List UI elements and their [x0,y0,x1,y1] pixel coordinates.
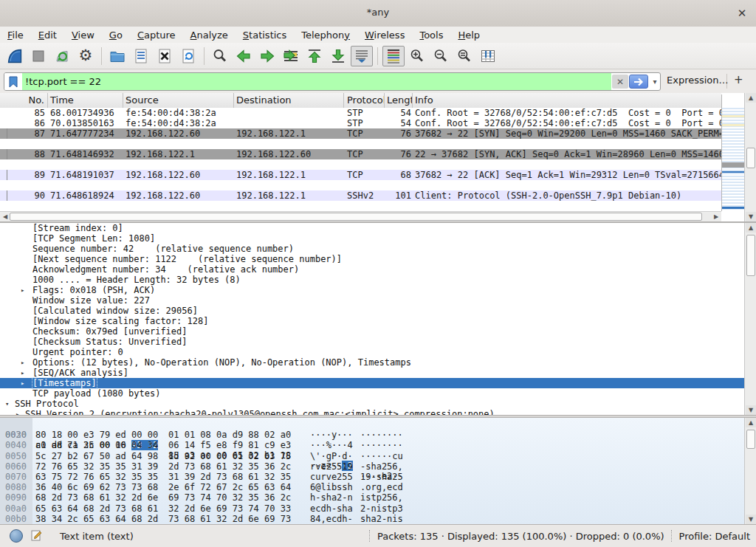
capture-options-gear-icon[interactable]: ⚙ [75,46,97,66]
details-vscrollbar[interactable]: ▲ ▼ [744,223,756,415]
col-length[interactable]: Length [385,93,413,108]
resize-columns-icon[interactable] [477,46,499,66]
col-time[interactable]: Time [48,93,123,108]
scroll-down-icon[interactable]: ▼ [746,405,756,415]
hex-row[interactable]: 0040a1 dd c1 25 00 00 04 3406 14 f5 e8 f… [0,440,756,450]
scroll-down-icon[interactable]: ▼ [746,212,756,221]
menu-tools[interactable]: Tools [412,28,450,42]
packet-row-85[interactable]: 8568.001734936fe:54:00:d4:38:2aSTP54Conf… [0,108,721,118]
scroll-handle[interactable] [746,148,755,168]
go-forward-arrow-icon[interactable] [256,46,278,66]
hex-row[interactable]: 0020 c0 a8 7a 3c 00 16 93 32 85 a3 ac c0… [0,418,756,430]
zoom-out-icon[interactable] [430,46,452,66]
expand-arrow-icon[interactable]: ▸ [21,285,24,295]
close-icon[interactable]: ✕ [734,5,750,21]
go-to-packet-icon[interactable] [280,46,302,66]
detail-row-options[interactable]: ▸Options: (12 bytes), No-Operation (NOP)… [0,357,756,368]
detail-row[interactable]: 1000 .... = Header Length: 32 bytes (8) [0,275,756,285]
menu-statistics[interactable]: Statistics [236,28,294,42]
detail-row[interactable]: [Stream index: 0] [0,223,756,233]
expert-info-icon[interactable] [10,529,23,543]
expression-button[interactable]: Expression… [667,75,729,86]
hex-row[interactable]: 009068 2d 73 68 61 32 2d 6e69 73 74 70 3… [0,492,756,503]
expand-arrow-icon[interactable]: ▸ [21,368,24,378]
go-back-arrow-icon[interactable] [233,46,255,66]
capture-comment-icon[interactable] [30,529,44,544]
find-packet-magnifier-icon[interactable] [209,46,231,66]
detail-row[interactable]: [Calculated window size: 29056] [0,306,756,316]
menu-wireless[interactable]: Wireless [357,28,412,42]
restart-capture-icon[interactable] [51,46,73,66]
title-bar[interactable]: *any ✕ [0,0,756,27]
expand-arrow-icon[interactable]: ▸ [21,357,24,368]
expand-arrow-icon[interactable]: ▸ [16,409,19,415]
filter-bookmark-icon[interactable] [4,73,22,90]
zoom-normal-icon[interactable] [453,46,475,66]
reload-file-doc-icon[interactable] [177,46,199,66]
display-filter-box[interactable]: ✕ ▾ [4,72,661,91]
auto-scroll-toggle-icon[interactable] [351,46,373,66]
hex-row[interactable]: 00a065 63 64 68 2d 73 68 6132 2d 6e 69 7… [0,503,756,514]
packet-row-88[interactable]: 8871.648146932192.168.122.1192.168.122.6… [0,149,721,159]
zoom-in-icon[interactable] [406,46,428,66]
col-destination[interactable]: Destination [234,93,344,108]
packet-row-90[interactable]: 9071.648618924192.168.122.60192.168.122.… [0,190,721,201]
scroll-handle[interactable] [10,213,702,221]
scroll-handle[interactable] [746,430,755,449]
scroll-up-icon[interactable]: ▲ [746,418,756,427]
detail-row[interactable]: Sequence number: 42 (relative sequence n… [0,244,756,254]
hex-row[interactable]: 008036 40 6c 69 62 73 73 682e 6f 72 67 2… [0,482,756,492]
detail-row[interactable]: [Checksum Status: Unverified] [0,337,756,347]
hex-row[interactable]: 003080 18 00 e3 79 ed 00 0001 01 08 0a d… [0,430,756,440]
hex-row[interactable]: 007063 75 72 76 65 32 35 3531 39 2d 73 6… [0,472,756,482]
detail-row-timestamps-selected[interactable]: ▸[Timestamps] [0,378,756,388]
detail-row[interactable]: [Window size scaling factor: 128] [0,316,756,326]
menu-capture[interactable]: Capture [130,28,183,42]
col-info[interactable]: Info [413,93,721,108]
scroll-right-icon[interactable]: ▶ [712,213,721,221]
start-capture-fin-icon[interactable] [4,46,26,66]
detail-row[interactable]: Window size value: 227 [0,295,756,306]
col-protocol[interactable]: Protocol [344,93,385,108]
scroll-left-icon[interactable]: ◀ [1,213,10,221]
packet-row-89[interactable]: 8971.648191037192.168.122.60192.168.122.… [0,170,721,180]
hex-row[interactable]: 006072 76 65 32 35 35 31 392d 73 68 61 3… [0,461,756,472]
scroll-up-icon[interactable]: ▲ [746,223,756,233]
packet-list-vscrollbar[interactable]: ▲ ▼ [744,93,756,221]
open-file-folder-icon[interactable] [106,46,128,66]
detail-row[interactable]: Urgent pointer: 0 [0,347,756,357]
stop-capture-icon[interactable] [27,46,49,66]
status-profile[interactable]: Profile: Default [679,531,750,542]
expand-arrow-icon[interactable]: ▸ [21,378,24,388]
detail-row[interactable]: [Next sequence number: 1122 (relative se… [0,254,756,264]
add-filter-button[interactable]: + [734,73,743,86]
col-source[interactable]: Source [123,93,234,108]
scroll-down-icon[interactable]: ▼ [746,515,756,524]
packet-list-minimap[interactable] [721,94,745,211]
menu-file[interactable]: File [0,28,31,42]
detail-row-ssh-protocol[interactable]: ▾SSH Protocol [0,399,756,409]
packet-list-hscrollbar[interactable]: ◀ ▶ [0,211,721,221]
detail-row-seqack[interactable]: ▸[SEQ/ACK analysis] [0,368,756,378]
packet-row-87[interactable]: 8771.647777234192.168.122.60192.168.122.… [0,128,721,139]
col-no[interactable]: No. [0,93,48,108]
menu-go[interactable]: Go [102,28,130,42]
packet-row-86[interactable]: 8670.013850163fe:54:00:d4:38:2aSTP54Conf… [0,118,721,128]
detail-row-flags[interactable]: ▸Flags: 0x018 (PSH, ACK) [0,285,756,295]
display-filter-input[interactable] [22,73,611,90]
filter-apply-icon[interactable] [629,75,648,89]
menu-telephony[interactable]: Telephony [294,28,357,42]
packet-list-header[interactable]: No. Time Source Destination Protocol Len… [0,93,721,109]
save-file-doc-icon[interactable] [130,46,152,66]
scroll-handle[interactable] [746,235,755,276]
menu-analyze[interactable]: Analyze [183,28,236,42]
detail-row[interactable]: Checksum: 0x79ed [unverified] [0,326,756,337]
go-last-packet-icon[interactable] [327,46,349,66]
hex-row[interactable]: 00505c 27 b2 67 50 ad 64 981d 92 00 00 0… [0,451,756,461]
go-first-packet-icon[interactable] [303,46,326,66]
scroll-up-icon[interactable]: ▲ [746,93,756,103]
detail-row[interactable]: TCP payload (1080 bytes) [0,388,756,399]
detail-row-ssh-version[interactable]: ▸SSH Version 2 (encryption:chacha20-poly… [0,409,756,415]
menu-help[interactable]: Help [450,28,487,42]
collapse-arrow-icon[interactable]: ▾ [5,399,9,409]
